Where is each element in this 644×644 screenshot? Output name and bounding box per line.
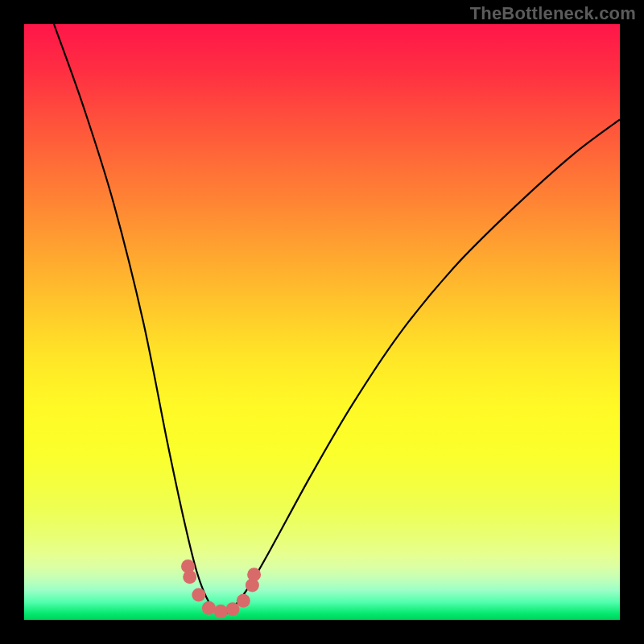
- watermark-text: TheBottleneck.com: [470, 3, 636, 24]
- bottleneck-curve: [54, 24, 620, 614]
- marker-point: [226, 602, 240, 616]
- marker-point: [237, 594, 250, 608]
- plot-area: [24, 24, 620, 620]
- marker-point: [202, 601, 216, 615]
- marker-group: [181, 559, 261, 618]
- chart-frame: TheBottleneck.com: [0, 0, 644, 644]
- curve-svg: [24, 24, 620, 620]
- marker-point: [192, 588, 205, 601]
- marker-point: [247, 568, 261, 581]
- marker-point: [183, 570, 196, 584]
- marker-point: [214, 605, 228, 618]
